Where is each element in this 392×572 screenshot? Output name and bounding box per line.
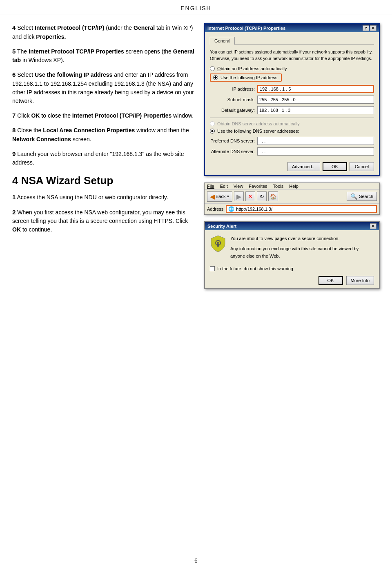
radio-auto-dns-label: Obtain DNS server address automatically bbox=[217, 121, 300, 126]
radio-manual-dns[interactable] bbox=[210, 129, 215, 134]
ok-button[interactable]: OK bbox=[323, 162, 347, 171]
security-checkbox-row: In the future, do not show this warning bbox=[205, 265, 379, 273]
shield-lock-icon bbox=[210, 235, 226, 252]
back-arrow-icon: ◀ bbox=[210, 193, 215, 200]
refresh-button[interactable]: ↻ bbox=[257, 191, 267, 201]
section4-step-1: 1 Access the NSA using the NDU or web co… bbox=[12, 193, 196, 202]
preferred-dns-label: Preferred DNS server: bbox=[210, 138, 255, 143]
page-number: 6 bbox=[194, 557, 198, 564]
left-column: 4 Select Internet Protocol (TCP/IP) (und… bbox=[12, 23, 196, 289]
gateway-input[interactable]: 192 . 168 . 1 . 3 bbox=[257, 106, 374, 114]
field-preferred-dns: Preferred DNS server: . . . bbox=[210, 137, 374, 145]
preferred-dns-input[interactable]: . . . bbox=[257, 137, 374, 145]
alternate-dns-input[interactable]: . . . bbox=[257, 147, 374, 156]
globe-icon: 🌐 bbox=[228, 206, 234, 212]
url-text: http://192.168.1.3/ bbox=[236, 207, 272, 211]
security-title: Security Alert bbox=[207, 224, 236, 229]
tcpip-desc: You can get IP settings assigned automat… bbox=[210, 49, 374, 62]
search-button[interactable]: 🔍 Search bbox=[347, 192, 377, 201]
tcpip-title: Internet Protocol (TCP/IP) Properties bbox=[207, 26, 285, 31]
browser-toolbar: ◀ Back ▼ ▶ ✕ ↻ 🏠 🔍 Search bbox=[205, 190, 379, 204]
stop-icon: ✕ bbox=[248, 193, 253, 200]
main-content: 4 Select Internet Protocol (TCP/IP) (und… bbox=[0, 15, 392, 297]
section4-step-2: 2 When you first access the NSA web conf… bbox=[12, 208, 196, 234]
security-message-line2: Any information you exchange with this s… bbox=[230, 245, 374, 260]
back-dropdown-icon: ▼ bbox=[226, 195, 229, 198]
radio-auto-ip[interactable] bbox=[210, 66, 215, 71]
menu-edit[interactable]: Edit bbox=[220, 184, 228, 189]
menu-file[interactable]: File bbox=[207, 184, 214, 189]
security-footer: OK More Info bbox=[205, 273, 379, 288]
radio-manual-ip-label: Use the following IP address: bbox=[220, 75, 278, 80]
tcpip-body: General You can get IP settings assigned… bbox=[205, 32, 379, 175]
stop-button[interactable]: ✕ bbox=[245, 191, 255, 201]
security-ok-button[interactable]: OK bbox=[318, 276, 343, 285]
alternate-dns-label: Alternate DNS server: bbox=[210, 149, 255, 154]
close-button[interactable]: ✕ bbox=[370, 25, 376, 31]
warning-checkbox[interactable] bbox=[210, 266, 215, 271]
field-subnet-mask: Subnet mask: 255 . 255 . 255 . 0 bbox=[210, 96, 374, 104]
security-message-line1: You are about to view pages over a secur… bbox=[230, 235, 374, 243]
page-footer: 6 bbox=[0, 557, 392, 564]
advanced-button[interactable]: Advanced... bbox=[287, 162, 320, 171]
browser-window: File Edit View Favorites Tools Help ◀ Ba… bbox=[204, 183, 380, 215]
tab-strip: General bbox=[210, 36, 374, 45]
cancel-button[interactable]: Cancel bbox=[350, 162, 374, 171]
field-gateway: Default gateway: 192 . 168 . 1 . 3 bbox=[210, 106, 374, 114]
back-button[interactable]: ◀ Back ▼ bbox=[207, 191, 232, 202]
subnet-mask-label: Subnet mask: bbox=[210, 97, 255, 102]
step-9: 9 Launch your web browser and enter "192… bbox=[12, 149, 196, 167]
security-dialog: Security Alert ✕ You are about bbox=[204, 221, 380, 289]
home-icon: 🏠 bbox=[270, 194, 276, 200]
home-button[interactable]: 🏠 bbox=[268, 191, 278, 201]
menu-help[interactable]: Help bbox=[289, 184, 298, 189]
browser-menubar: File Edit View Favorites Tools Help bbox=[205, 183, 379, 190]
security-message: You are about to view pages over a secur… bbox=[230, 235, 374, 260]
search-icon: 🔍 bbox=[350, 193, 357, 200]
tcpip-dialog: Internet Protocol (TCP/IP) Properties ? … bbox=[204, 23, 380, 176]
radio-manual-dns-label: Use the following DNS server addresses: bbox=[217, 129, 299, 134]
address-input[interactable]: 🌐 http://192.168.1.3/ bbox=[226, 205, 377, 213]
page-header: ENGLISH bbox=[0, 0, 392, 15]
section-4-heading: 4 NSA Wizard Setup bbox=[12, 174, 196, 187]
refresh-icon: ↻ bbox=[260, 194, 264, 200]
more-info-button[interactable]: More Info bbox=[346, 276, 374, 285]
address-label: Address bbox=[207, 207, 223, 211]
subnet-mask-input[interactable]: 255 . 255 . 255 . 0 bbox=[257, 96, 374, 104]
page-language: ENGLISH bbox=[180, 5, 211, 11]
menu-favorites[interactable]: Favorites bbox=[249, 184, 267, 189]
help-button[interactable]: ? bbox=[363, 25, 369, 31]
step-8: 8 Close the Local Area Connection Proper… bbox=[12, 126, 196, 144]
checkbox-label: In the future, do not show this warning bbox=[217, 266, 293, 271]
radio-manual-dns-row: Use the following DNS server addresses: bbox=[210, 129, 374, 134]
ip-fields: IP address: 192 . 168 . 1 . 5 Subnet mas… bbox=[210, 85, 374, 114]
field-ip-address: IP address: 192 . 168 . 1 . 5 bbox=[210, 85, 374, 93]
back-label: Back bbox=[216, 194, 225, 199]
menu-view[interactable]: View bbox=[234, 184, 243, 189]
ip-address-label: IP address: bbox=[210, 87, 255, 91]
radio-auto-dns-row: Obtain DNS server address automatically bbox=[210, 121, 374, 126]
radio-manual-ip[interactable] bbox=[213, 75, 218, 80]
security-body: You are about to view pages over a secur… bbox=[205, 230, 379, 265]
tcpip-footer: Advanced... OK Cancel bbox=[210, 160, 374, 171]
field-alternate-dns: Alternate DNS server: . . . bbox=[210, 147, 374, 156]
ip-address-input[interactable]: 192 . 168 . 1 . 5 bbox=[257, 85, 374, 93]
radio-auto-ip-row: OObtain an IP address automaticallybtain… bbox=[210, 66, 374, 71]
titlebar-buttons: ? ✕ bbox=[363, 25, 376, 31]
forward-button[interactable]: ▶ bbox=[234, 191, 244, 201]
tab-general[interactable]: General bbox=[210, 37, 235, 45]
right-column: Internet Protocol (TCP/IP) Properties ? … bbox=[204, 23, 380, 289]
security-titlebar: Security Alert ✕ bbox=[205, 222, 379, 230]
menu-tools[interactable]: Tools bbox=[273, 184, 284, 189]
step-7: 7 Click OK to close the Internet Protoco… bbox=[12, 111, 196, 120]
security-close-button[interactable]: ✕ bbox=[370, 223, 376, 229]
gateway-label: Default gateway: bbox=[210, 108, 255, 113]
step-4: 4 Select Internet Protocol (TCP/IP) (und… bbox=[12, 23, 196, 41]
security-icon bbox=[210, 235, 226, 252]
forward-arrow-icon: ▶ bbox=[236, 193, 241, 200]
radio-auto-dns[interactable] bbox=[210, 121, 215, 126]
search-label: Search bbox=[359, 194, 373, 199]
radio-auto-ip-label: OObtain an IP address automaticallybtain… bbox=[217, 66, 287, 71]
step-5: 5 The Internet Protocol TCP/IP Propertie… bbox=[12, 47, 196, 65]
step-6: 6 Select Use the following IP address an… bbox=[12, 70, 196, 105]
